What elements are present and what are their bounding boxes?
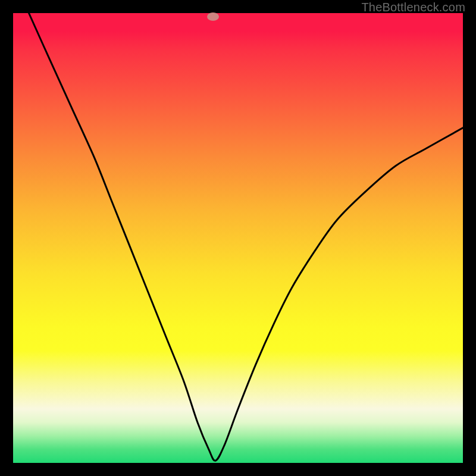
watermark-text: TheBottleneck.com — [361, 1, 465, 14]
chart-marker-dot — [207, 12, 219, 21]
chart-curve — [13, 13, 463, 463]
chart-frame — [13, 13, 463, 463]
